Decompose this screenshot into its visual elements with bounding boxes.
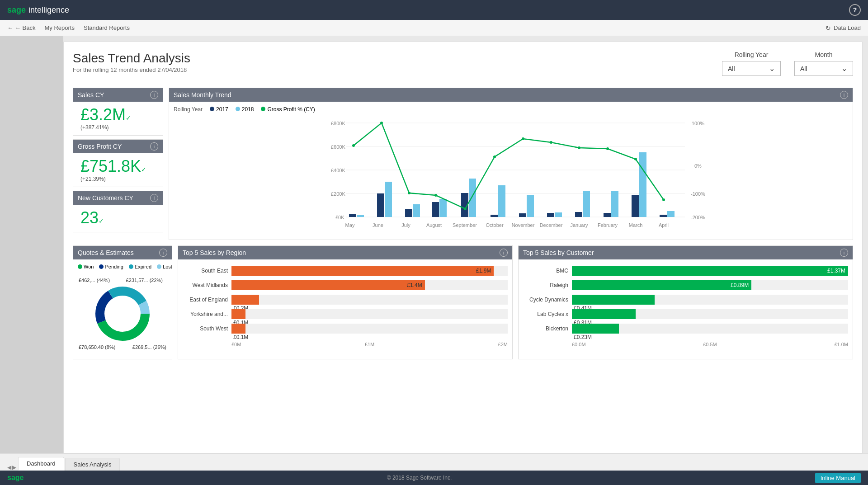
sales-cy-body: £3.2M✓ (+387.41%) xyxy=(73,102,163,135)
gross-profit-info-icon[interactable]: i xyxy=(150,142,158,151)
bar-row-labcycles: Lab Cycles x £0.31M xyxy=(523,309,848,319)
chart-header: Sales Monthly Trend i xyxy=(169,88,853,102)
svg-point-49 xyxy=(662,198,665,201)
customer-track-cycledynamics: £0.41M xyxy=(572,295,848,305)
bar-row-raleigh: Raleigh £0.89M xyxy=(523,280,848,290)
checkmark-icon: ✓ xyxy=(141,166,146,173)
quotes-estimates-panel: Quotes & Estimates i Won Pending xyxy=(73,245,172,359)
sales-cy-header: Sales CY i xyxy=(73,88,163,102)
data-load-button[interactable]: ↻ Data Load xyxy=(826,24,861,32)
trend-chart-svg: £800K £600K £400K £200K £0K 100% 0% -100… xyxy=(174,116,848,234)
svg-text:May: May xyxy=(345,222,355,228)
help-button[interactable]: ? xyxy=(849,4,861,16)
checkmark-icon: ✓ xyxy=(99,217,104,225)
sales-cy-info-icon[interactable]: i xyxy=(150,91,158,99)
checkmark-icon: ✓ xyxy=(126,114,131,122)
region-track-yorkshire: £0.1M xyxy=(231,309,508,319)
donut-chart-area: £231,57... (22%) £462,... (44%) £269,5..… xyxy=(78,273,167,354)
new-customers-info-icon[interactable]: i xyxy=(150,194,158,202)
svg-text:-200%: -200% xyxy=(691,215,705,220)
region-bar-southwest xyxy=(231,324,245,334)
customer-label-bmc: BMC xyxy=(523,268,568,274)
svg-point-44 xyxy=(522,137,524,140)
region-val-southeast: £1.9M xyxy=(476,268,491,274)
gross-profit-legend: Gross Profit % (CY) xyxy=(261,106,315,113)
svg-rect-31 xyxy=(498,185,505,217)
customer-val-bmc: £1.37M xyxy=(827,268,845,274)
customer-bar-raleigh: £0.89M xyxy=(572,280,751,290)
expired-label: £269,5... (26%) xyxy=(132,344,166,350)
nav-left: ← ← Back My Reports Standard Reports xyxy=(7,24,130,31)
expired-color xyxy=(129,264,133,269)
svg-point-40 xyxy=(408,192,410,194)
region-bar-westmidlands: £1.4M xyxy=(231,280,425,290)
region-axis: £0M £1M £2M xyxy=(183,342,508,347)
svg-rect-30 xyxy=(469,179,476,217)
legend-pending: Pending xyxy=(99,264,123,269)
svg-rect-33 xyxy=(555,212,562,217)
gross-profit-cy-header: Gross Profit CY i xyxy=(73,140,163,153)
svg-text:November: November xyxy=(512,222,535,228)
bar-row-southwest: South West £0.1M xyxy=(183,324,508,334)
region-val-westmidlands: £1.4M xyxy=(407,282,422,288)
region-bar-yorkshire xyxy=(231,309,245,319)
header-row: Sales Trend Analysis For the rolling 12 … xyxy=(73,51,853,80)
standard-reports-link[interactable]: Standard Reports xyxy=(84,24,130,31)
svg-text:January: January xyxy=(570,222,588,228)
sales-trend-chart: Sales Monthly Trend i Rolling Year 2017 … xyxy=(169,88,853,240)
svg-rect-27 xyxy=(385,182,392,217)
next-arrow-icon[interactable]: ▶ xyxy=(12,464,16,471)
nav-arrows: ◀ ▶ xyxy=(5,464,18,471)
top5-region-body: South East £1.9M West Midlands xyxy=(178,259,512,352)
month-select[interactable]: All ⌄ xyxy=(794,61,853,76)
y2018-legend-dot: 2018 xyxy=(236,106,254,113)
topbar: sage intelligence ? xyxy=(0,0,868,20)
my-reports-link[interactable]: My Reports xyxy=(45,24,75,31)
sales-cy-value: £3.2M✓ xyxy=(80,105,156,124)
chart-info-icon[interactable]: i xyxy=(840,91,848,99)
quotes-info-icon[interactable]: i xyxy=(159,249,167,257)
region-label-southeast: South East xyxy=(183,268,228,274)
logo-sage: sage xyxy=(7,5,26,15)
svg-text:October: October xyxy=(486,222,503,228)
lost-label: £78,650.40 (8%) xyxy=(79,344,115,350)
svg-text:100%: 100% xyxy=(692,121,704,126)
rolling-year-label: Rolling Year xyxy=(735,51,769,58)
svg-rect-20 xyxy=(519,213,526,217)
secondary-nav: ← ← Back My Reports Standard Reports ↻ D… xyxy=(0,20,868,36)
tab-dashboard[interactable]: Dashboard xyxy=(18,457,64,471)
inline-manual-button[interactable]: Inline Manual xyxy=(815,473,861,483)
svg-text:June: June xyxy=(373,222,383,228)
back-link[interactable]: ← ← Back xyxy=(7,24,36,31)
svg-rect-25 xyxy=(660,215,667,217)
svg-rect-17 xyxy=(432,202,439,217)
svg-point-66 xyxy=(107,298,138,330)
svg-point-45 xyxy=(550,141,552,144)
data-load-label: Data Load xyxy=(834,24,861,31)
tab-sales-analysis[interactable]: Sales Analysis xyxy=(65,458,120,471)
customer-label-bickerton: Bickerton xyxy=(523,325,568,332)
customer-track-bmc: £1.37M xyxy=(572,266,848,276)
quotes-estimates-header: Quotes & Estimates i xyxy=(73,246,172,259)
bar-row-bmc: BMC £1.37M xyxy=(523,266,848,276)
won-label: £462,... (44%) xyxy=(79,278,110,283)
rolling-year-select[interactable]: All ⌄ xyxy=(722,61,781,76)
svg-text:March: March xyxy=(629,222,643,228)
top5-customer-header: Top 5 Sales by Customer i xyxy=(519,246,853,259)
svg-rect-16 xyxy=(405,209,412,217)
gross-profit-change: (+21.39%) xyxy=(80,176,156,182)
bar-row-westmidlands: West Midlands £1.4M xyxy=(183,280,508,290)
svg-text:July: July xyxy=(401,222,410,228)
legend-lost: Lost xyxy=(157,264,172,269)
customer-info-icon[interactable]: i xyxy=(840,249,848,257)
customer-track-raleigh: £0.89M xyxy=(572,280,848,290)
svg-rect-21 xyxy=(547,213,554,217)
region-label-yorkshire: Yorkshire and... xyxy=(183,311,228,317)
prev-arrow-icon[interactable]: ◀ xyxy=(7,464,11,471)
svg-point-43 xyxy=(493,155,496,158)
sales-cy-change: (+387.41%) xyxy=(80,124,156,131)
svg-rect-29 xyxy=(439,199,447,217)
region-info-icon[interactable]: i xyxy=(500,249,508,257)
chevron-down-icon: ⌄ xyxy=(769,64,775,73)
rolling-year-filter: Rolling Year All ⌄ xyxy=(722,51,781,76)
